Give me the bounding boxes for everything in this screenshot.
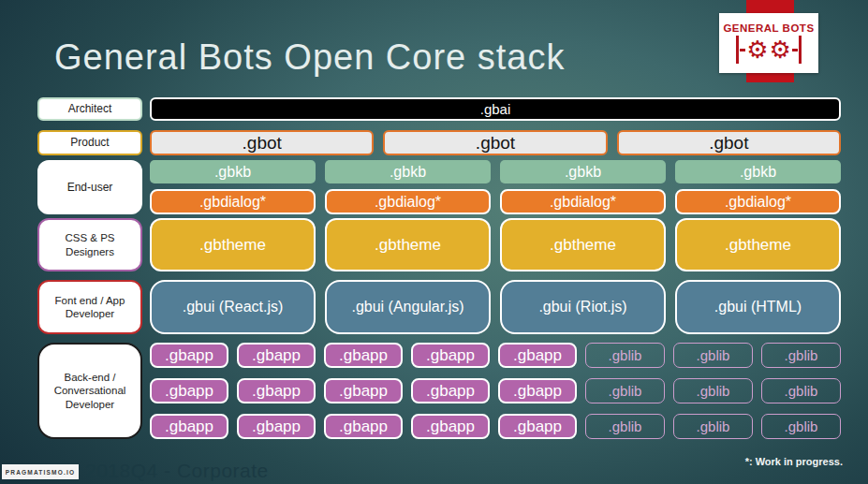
label-css-ps-designers: CSS & PS Designers bbox=[37, 218, 142, 271]
gbapp-box: .gbapp bbox=[498, 414, 577, 439]
gbui-html-box: .gbui (HTML) bbox=[675, 280, 841, 334]
pragmatismo-brand-text: PRAGMATISMO.IO bbox=[6, 469, 75, 476]
gblib-box: .gblib bbox=[585, 343, 665, 368]
gear-bar-left bbox=[736, 36, 739, 64]
gblib-box: .gblib bbox=[673, 378, 753, 403]
row-gbai: .gbai bbox=[150, 97, 841, 121]
gbot-box: .gbot bbox=[150, 130, 374, 155]
row-gbkb: .gbkb .gbkb .gbkb .gbkb bbox=[150, 160, 841, 183]
slide: General Bots Open Core stack GENERAL BOT… bbox=[0, 0, 868, 484]
gear-connector-left bbox=[740, 49, 745, 51]
row-gbapp-gblib-1: .gbapp .gbapp .gbapp .gbapp .gbapp .gbli… bbox=[150, 343, 841, 368]
gear-connector-right bbox=[792, 49, 798, 51]
gbapp-box: .gbapp bbox=[150, 343, 228, 368]
gbdialog-box: .gbdialog* bbox=[150, 189, 316, 214]
gbapp-box: .gbapp bbox=[237, 414, 316, 439]
row-gbdialog: .gbdialog* .gbdialog* .gbdialog* .gbdial… bbox=[150, 189, 841, 214]
general-bots-logo: GENERAL BOTS ⚙⚙ bbox=[719, 13, 818, 73]
gblib-box: .gblib bbox=[673, 414, 753, 439]
gbapp-box: .gbapp bbox=[324, 414, 403, 439]
label-end-user: End-user bbox=[37, 160, 142, 214]
gears-icon: ⚙⚙ bbox=[736, 36, 802, 64]
row-gbui: .gbui (React.js) .gbui (Angular.js) .gbu… bbox=[150, 280, 841, 334]
gbapp-box: .gbapp bbox=[237, 343, 316, 368]
gbapp-box: .gbapp bbox=[411, 414, 490, 439]
gbui-react-box: .gbui (React.js) bbox=[150, 280, 316, 334]
gbapp-box: .gbapp bbox=[324, 378, 403, 403]
gbkb-box: .gbkb bbox=[675, 160, 841, 183]
gbapp-box: .gbapp bbox=[324, 343, 403, 368]
gblib-box: .gblib bbox=[761, 343, 841, 368]
row-gbtheme: .gbtheme .gbtheme .gbtheme .gbtheme bbox=[150, 218, 841, 271]
gbot-box: .gbot bbox=[617, 130, 841, 155]
gbapp-box: .gbapp bbox=[498, 378, 577, 403]
row-gbapp-gblib-3: .gbapp .gbapp .gbapp .gbapp .gbapp .gbli… bbox=[150, 414, 841, 439]
logo-text: GENERAL BOTS bbox=[723, 22, 814, 34]
gear-icon: ⚙ bbox=[746, 37, 768, 62]
label-frontend-app-developer: Font end / App Developer bbox=[37, 280, 142, 334]
gear-bar-right bbox=[799, 36, 802, 64]
gbui-angular-box: .gbui (Angular.js) bbox=[325, 280, 491, 334]
gbtheme-box: .gbtheme bbox=[150, 218, 316, 271]
gbapp-box: .gbapp bbox=[150, 414, 228, 439]
gbkb-box: .gbkb bbox=[325, 160, 491, 183]
gbkb-box: .gbkb bbox=[150, 160, 316, 183]
row-gbot: .gbot .gbot .gbot bbox=[150, 130, 841, 155]
gblib-box: .gblib bbox=[673, 343, 753, 368]
gbapp-box: .gbapp bbox=[237, 378, 316, 403]
gblib-box: .gblib bbox=[761, 414, 841, 439]
label-product: Product bbox=[37, 130, 142, 155]
gbtheme-box: .gbtheme bbox=[675, 218, 841, 271]
gbot-box: .gbot bbox=[383, 130, 607, 155]
gblib-box: .gblib bbox=[761, 378, 841, 403]
gbdialog-box: .gbdialog* bbox=[325, 189, 491, 214]
gbui-riot-box: .gbui (Riot.js) bbox=[500, 280, 666, 334]
gbapp-box: .gbapp bbox=[150, 378, 228, 403]
gbtheme-box: .gbtheme bbox=[325, 218, 491, 271]
gbtheme-box: .gbtheme bbox=[500, 218, 666, 271]
gbdialog-box: .gbdialog* bbox=[675, 189, 841, 214]
label-backend-conversational-developer: Back-end / Conversational Developer bbox=[37, 343, 142, 439]
gbkb-box: .gbkb bbox=[500, 160, 666, 183]
footer-caption: 2018Q4 - Corporate bbox=[85, 460, 269, 482]
row-gbapp-gblib-2: .gbapp .gbapp .gbapp .gbapp .gbapp .gbli… bbox=[150, 378, 841, 403]
label-architect: Architect bbox=[37, 97, 142, 121]
gbapp-box: .gbapp bbox=[411, 378, 490, 403]
gbapp-box: .gbapp bbox=[498, 343, 577, 368]
gbdialog-box: .gbdialog* bbox=[500, 189, 666, 214]
gbai-box: .gbai bbox=[150, 97, 841, 121]
page-title: General Bots Open Core stack bbox=[54, 37, 728, 78]
work-in-progress-footnote: *: Work in progress. bbox=[745, 456, 843, 467]
gbapp-box: .gbapp bbox=[411, 343, 490, 368]
gblib-box: .gblib bbox=[585, 414, 665, 439]
gblib-box: .gblib bbox=[585, 378, 665, 403]
gear-icon: ⚙ bbox=[770, 37, 791, 62]
pragmatismo-brand-box: PRAGMATISMO.IO bbox=[2, 464, 79, 479]
